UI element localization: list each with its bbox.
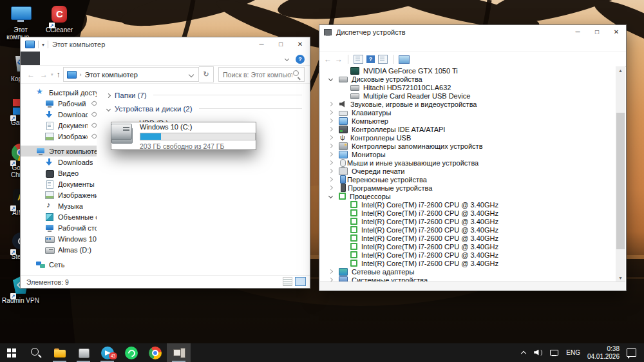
device-manager-titlebar[interactable]: Диспетчер устройств ─ □ ✕ bbox=[319, 25, 626, 39]
device-tree-item[interactable]: Программные устройства bbox=[320, 184, 616, 192]
device-tree-item[interactable]: Intel(R) Core(TM) i7-2600 CPU @ 3.40GHz bbox=[320, 251, 616, 259]
group-expander-icon[interactable] bbox=[106, 92, 112, 99]
scroll-up-arrow-icon[interactable]: ▲ bbox=[616, 66, 625, 75]
show-icon[interactable] bbox=[378, 55, 388, 64]
sidebar-item[interactable]: Windows 10 (C:) bbox=[21, 233, 97, 244]
expander-icon[interactable] bbox=[327, 110, 336, 116]
network-icon[interactable] bbox=[550, 349, 559, 356]
explorer-titlebar[interactable]: ▾ Этот компьютер ─ □ ✕ bbox=[21, 37, 310, 52]
device-tree-item[interactable]: Intel(R) Core(TM) i7-2600 CPU @ 3.40GHz bbox=[320, 217, 616, 225]
device-tree-item[interactable]: Multiple Card Reader USB Device bbox=[320, 91, 616, 100]
device-tree-item[interactable]: Контроллеры IDE ATA/ATAPI bbox=[320, 125, 616, 133]
sidebar-item[interactable]: Downloads bbox=[21, 157, 97, 167]
sidebar-item[interactable]: Документы bbox=[21, 120, 97, 131]
details-view-button[interactable] bbox=[283, 277, 292, 286]
back-button[interactable]: ← bbox=[324, 52, 332, 66]
taskbar-app-button[interactable] bbox=[71, 343, 95, 362]
taskbar-app-button[interactable] bbox=[48, 343, 71, 362]
device-tree-item[interactable]: Intel(R) Core(TM) i7-2600 CPU @ 3.40GHz bbox=[320, 242, 616, 251]
taskbar-app-button[interactable] bbox=[0, 343, 24, 362]
device-tree-item[interactable]: Intel(R) Core(TM) i7-2600 CPU @ 3.40GHz bbox=[320, 234, 616, 242]
device-tree-item[interactable]: NVIDIA GeForce GTX 1050 Ti bbox=[320, 66, 616, 75]
sidebar-item[interactable]: Видео bbox=[21, 167, 97, 178]
sidebar-item[interactable]: Рабочий стол bbox=[21, 98, 97, 109]
breadcrumb[interactable]: Этот компьютер bbox=[85, 71, 138, 79]
vertical-scrollbar[interactable]: ▲ ▼ bbox=[616, 66, 625, 282]
explorer-search-input[interactable] bbox=[219, 68, 304, 81]
volume-icon[interactable] bbox=[534, 349, 543, 357]
device-tree-item[interactable]: Контроллеры запоминающих устройств bbox=[320, 142, 616, 150]
forward-button[interactable]: → bbox=[37, 70, 50, 79]
sidebar-item[interactable]: Рабочий стол bbox=[21, 222, 97, 233]
expander-icon[interactable] bbox=[327, 126, 336, 133]
hidden-icons-chevron-icon[interactable] bbox=[521, 350, 527, 356]
device-tree-item[interactable]: Intel(R) Core(TM) i7-2600 CPU @ 3.40GHz bbox=[320, 225, 616, 234]
sidebar-item[interactable]: Быстрый доступ bbox=[21, 87, 97, 98]
expander-icon[interactable] bbox=[327, 160, 336, 166]
taskbar-app-button[interactable] bbox=[167, 343, 191, 362]
desktop-icon[interactable]: Этот компью... bbox=[1, 5, 40, 41]
thumbnails-view-button[interactable] bbox=[295, 277, 306, 286]
action-center-icon[interactable] bbox=[627, 348, 636, 357]
back-button[interactable]: ← bbox=[24, 70, 37, 79]
expander-icon[interactable] bbox=[327, 101, 336, 108]
device-tree-item[interactable]: Intel(R) Core(TM) i7-2600 CPU @ 3.40GHz bbox=[320, 200, 616, 209]
address-bar[interactable]: › Этот компьютер bbox=[63, 67, 199, 82]
up-button[interactable]: ↑ bbox=[54, 70, 63, 79]
taskbar-app-button[interactable] bbox=[119, 343, 143, 362]
sidebar-item[interactable]: Almas (D:) bbox=[21, 244, 97, 255]
device-tree-item[interactable]: Мыши и иные указывающие устройства bbox=[320, 158, 616, 167]
device-tree-item[interactable]: Переносные устройства bbox=[320, 175, 616, 184]
ribbon-tab[interactable] bbox=[57, 52, 73, 65]
language-indicator[interactable]: ENG bbox=[566, 349, 580, 356]
sidebar-item[interactable]: Музыка bbox=[21, 200, 97, 211]
expander-icon[interactable] bbox=[327, 176, 336, 183]
device-tree-item[interactable]: Очереди печати bbox=[320, 167, 616, 175]
minimize-button[interactable]: ─ bbox=[568, 25, 587, 39]
expander-icon[interactable] bbox=[327, 135, 336, 141]
scan-hardware-icon[interactable] bbox=[399, 55, 410, 64]
expand-ribbon-chevron-icon[interactable] bbox=[285, 57, 290, 62]
refresh-button[interactable]: ↻ bbox=[199, 66, 214, 82]
device-tree-item[interactable]: Звуковые, игровые и видеоустройства bbox=[320, 100, 616, 108]
group-header[interactable]: Папки (7) bbox=[106, 88, 310, 102]
expander-icon[interactable] bbox=[327, 151, 336, 158]
expander-icon[interactable] bbox=[327, 185, 336, 191]
help-icon[interactable] bbox=[366, 55, 375, 63]
device-tree-item[interactable]: Мониторы bbox=[320, 150, 616, 158]
device-tree-item[interactable]: Компьютер bbox=[320, 117, 616, 125]
clock[interactable]: 0:38 04.01.2026 bbox=[587, 345, 620, 360]
taskbar-app-button[interactable] bbox=[143, 343, 167, 362]
sidebar-item[interactable]: Этот компьютер bbox=[21, 146, 97, 157]
device-tree-item[interactable]: Сетевые адаптеры bbox=[320, 267, 616, 276]
group-header[interactable]: Устройства и диски (2) bbox=[106, 102, 310, 115]
taskbar-app-button[interactable]: 43 bbox=[95, 343, 119, 362]
sidebar-item[interactable]: Сеть bbox=[21, 259, 97, 270]
desktop-icon[interactable]: CCleaner bbox=[40, 5, 79, 33]
maximize-button[interactable]: □ bbox=[587, 25, 607, 39]
sidebar-item[interactable]: Downloads bbox=[21, 109, 97, 120]
expander-icon[interactable] bbox=[327, 193, 336, 200]
expander-icon[interactable] bbox=[327, 76, 336, 82]
forward-button[interactable]: → bbox=[335, 52, 343, 66]
device-tree-item[interactable]: Hitachi HDS721010CLA632 bbox=[320, 83, 616, 91]
sidebar-item[interactable]: Объемные объекты bbox=[21, 211, 97, 222]
device-tree-item[interactable]: Intel(R) Core(TM) i7-2600 CPU @ 3.40GHz bbox=[320, 259, 616, 267]
scrollbar-thumb[interactable] bbox=[616, 113, 625, 249]
ribbon-tab[interactable] bbox=[40, 52, 57, 65]
group-expander-icon[interactable] bbox=[106, 106, 112, 112]
customize-toolbar-chevron-icon[interactable]: ▾ bbox=[42, 42, 44, 48]
expander-icon[interactable] bbox=[327, 118, 336, 124]
device-tree-item[interactable]: Контроллеры USB bbox=[320, 133, 616, 142]
taskbar-app-button[interactable] bbox=[24, 343, 48, 362]
maximize-button[interactable]: □ bbox=[271, 37, 290, 52]
expander-icon[interactable] bbox=[327, 168, 336, 175]
device-tree-item[interactable]: Дисковые устройства bbox=[320, 75, 616, 83]
minimize-button[interactable]: ─ bbox=[252, 37, 271, 52]
sidebar-item[interactable]: Изображения bbox=[21, 131, 97, 142]
help-button[interactable]: ? bbox=[296, 55, 305, 64]
close-button[interactable]: ✕ bbox=[607, 25, 626, 39]
sidebar-item[interactable]: Документы bbox=[21, 178, 97, 189]
device-tree-item[interactable]: Клавиатуры bbox=[320, 108, 616, 117]
expander-icon[interactable] bbox=[327, 269, 336, 275]
